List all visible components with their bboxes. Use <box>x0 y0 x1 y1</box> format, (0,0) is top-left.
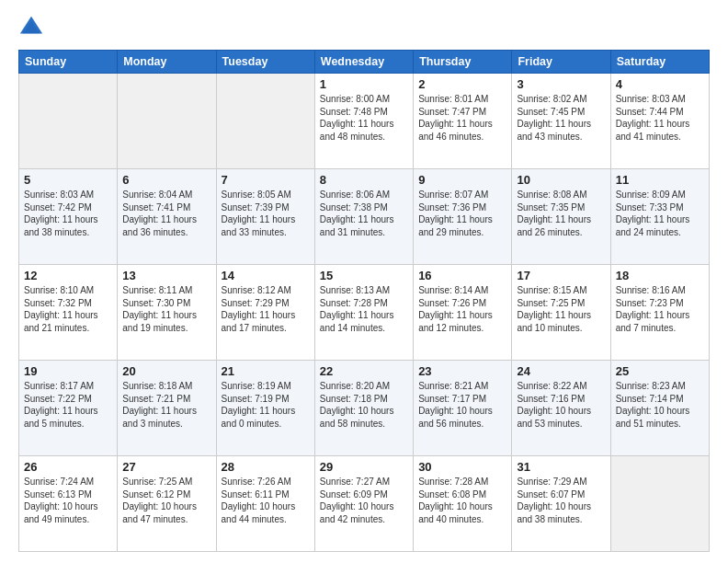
calendar-day-1: 1Sunrise: 8:00 AMSunset: 7:48 PMDaylight… <box>314 74 413 169</box>
day-number: 26 <box>24 460 112 474</box>
calendar-day-14: 14Sunrise: 8:12 AMSunset: 7:29 PMDayligh… <box>216 265 314 361</box>
day-number: 2 <box>418 77 506 91</box>
calendar-day-26: 26Sunrise: 7:24 AMSunset: 6:13 PMDayligh… <box>19 456 118 552</box>
day-number: 31 <box>517 460 605 474</box>
logo <box>18 15 48 40</box>
day-info: Sunrise: 8:13 AMSunset: 7:28 PMDaylight:… <box>320 284 408 334</box>
day-info: Sunrise: 8:08 AMSunset: 7:35 PMDaylight:… <box>517 189 605 238</box>
empty-cell <box>216 74 314 169</box>
calendar-header: SundayMondayTuesdayWednesdayThursdayFrid… <box>19 51 710 74</box>
calendar-week-5: 26Sunrise: 7:24 AMSunset: 6:13 PMDayligh… <box>19 456 710 552</box>
day-number: 17 <box>517 269 605 282</box>
weekday-row: SundayMondayTuesdayWednesdayThursdayFrid… <box>19 51 710 74</box>
calendar-day-12: 12Sunrise: 8:10 AMSunset: 7:32 PMDayligh… <box>19 265 118 361</box>
day-info: Sunrise: 8:14 AMSunset: 7:26 PMDaylight:… <box>418 284 506 334</box>
weekday-header-tuesday: Tuesday <box>216 51 314 74</box>
empty-cell <box>118 74 216 169</box>
day-info: Sunrise: 8:11 AMSunset: 7:30 PMDaylight:… <box>122 284 210 334</box>
day-number: 30 <box>418 460 506 474</box>
day-info: Sunrise: 8:15 AMSunset: 7:25 PMDaylight:… <box>517 284 605 334</box>
day-number: 11 <box>616 173 704 187</box>
day-number: 5 <box>24 173 112 187</box>
day-info: Sunrise: 7:28 AMSunset: 6:08 PMDaylight:… <box>418 476 506 525</box>
empty-cell <box>19 74 118 169</box>
day-info: Sunrise: 7:27 AMSunset: 6:09 PMDaylight:… <box>320 476 408 525</box>
calendar-day-28: 28Sunrise: 7:26 AMSunset: 6:11 PMDayligh… <box>216 456 314 552</box>
calendar-day-17: 17Sunrise: 8:15 AMSunset: 7:25 PMDayligh… <box>512 265 610 361</box>
day-number: 3 <box>517 77 605 91</box>
day-info: Sunrise: 8:03 AMSunset: 7:42 PMDaylight:… <box>24 189 112 238</box>
day-number: 28 <box>222 460 310 474</box>
day-info: Sunrise: 8:19 AMSunset: 7:19 PMDaylight:… <box>222 380 310 430</box>
day-info: Sunrise: 8:21 AMSunset: 7:17 PMDaylight:… <box>418 380 506 430</box>
day-number: 18 <box>616 269 704 282</box>
day-number: 9 <box>418 173 506 187</box>
day-number: 8 <box>320 173 408 187</box>
day-info: Sunrise: 8:02 AMSunset: 7:45 PMDaylight:… <box>517 93 605 143</box>
day-info: Sunrise: 8:04 AMSunset: 7:41 PMDaylight:… <box>122 189 210 238</box>
calendar-day-24: 24Sunrise: 8:22 AMSunset: 7:16 PMDayligh… <box>512 361 610 456</box>
day-info: Sunrise: 8:17 AMSunset: 7:22 PMDaylight:… <box>24 380 112 430</box>
calendar-body: 1Sunrise: 8:00 AMSunset: 7:48 PMDaylight… <box>19 74 710 552</box>
day-number: 10 <box>517 173 605 187</box>
day-info: Sunrise: 8:05 AMSunset: 7:39 PMDaylight:… <box>222 189 310 238</box>
calendar-day-23: 23Sunrise: 8:21 AMSunset: 7:17 PMDayligh… <box>414 361 512 456</box>
day-number: 6 <box>122 173 210 187</box>
day-info: Sunrise: 8:03 AMSunset: 7:44 PMDaylight:… <box>616 93 704 143</box>
day-info: Sunrise: 8:16 AMSunset: 7:23 PMDaylight:… <box>616 284 704 334</box>
day-info: Sunrise: 8:07 AMSunset: 7:36 PMDaylight:… <box>418 189 506 238</box>
day-number: 1 <box>320 77 408 91</box>
day-number: 25 <box>616 364 704 378</box>
day-number: 29 <box>320 460 408 474</box>
day-number: 24 <box>517 364 605 378</box>
calendar-table: SundayMondayTuesdayWednesdayThursdayFrid… <box>18 50 710 552</box>
day-info: Sunrise: 8:22 AMSunset: 7:16 PMDaylight:… <box>517 380 605 430</box>
day-number: 14 <box>222 269 310 282</box>
calendar-day-15: 15Sunrise: 8:13 AMSunset: 7:28 PMDayligh… <box>314 265 413 361</box>
day-info: Sunrise: 8:12 AMSunset: 7:29 PMDaylight:… <box>222 284 310 334</box>
calendar-day-16: 16Sunrise: 8:14 AMSunset: 7:26 PMDayligh… <box>414 265 512 361</box>
calendar-day-18: 18Sunrise: 8:16 AMSunset: 7:23 PMDayligh… <box>610 265 709 361</box>
calendar-day-31: 31Sunrise: 7:29 AMSunset: 6:07 PMDayligh… <box>512 456 610 552</box>
day-info: Sunrise: 7:24 AMSunset: 6:13 PMDaylight:… <box>24 476 112 525</box>
calendar-week-2: 5Sunrise: 8:03 AMSunset: 7:42 PMDaylight… <box>19 169 710 265</box>
day-number: 21 <box>222 364 310 378</box>
calendar-day-3: 3Sunrise: 8:02 AMSunset: 7:45 PMDaylight… <box>512 74 610 169</box>
calendar-day-22: 22Sunrise: 8:20 AMSunset: 7:18 PMDayligh… <box>314 361 413 456</box>
calendar-day-8: 8Sunrise: 8:06 AMSunset: 7:38 PMDaylight… <box>314 169 413 265</box>
weekday-header-friday: Friday <box>512 51 610 74</box>
day-info: Sunrise: 7:26 AMSunset: 6:11 PMDaylight:… <box>222 476 310 525</box>
calendar-day-7: 7Sunrise: 8:05 AMSunset: 7:39 PMDaylight… <box>216 169 314 265</box>
calendar-day-19: 19Sunrise: 8:17 AMSunset: 7:22 PMDayligh… <box>19 361 118 456</box>
day-info: Sunrise: 8:00 AMSunset: 7:48 PMDaylight:… <box>320 93 408 143</box>
calendar-day-25: 25Sunrise: 8:23 AMSunset: 7:14 PMDayligh… <box>610 361 709 456</box>
calendar-day-4: 4Sunrise: 8:03 AMSunset: 7:44 PMDaylight… <box>610 74 709 169</box>
weekday-header-saturday: Saturday <box>610 51 709 74</box>
page: SundayMondayTuesdayWednesdayThursdayFrid… <box>0 0 728 563</box>
day-info: Sunrise: 8:01 AMSunset: 7:47 PMDaylight:… <box>418 93 506 143</box>
calendar-day-11: 11Sunrise: 8:09 AMSunset: 7:33 PMDayligh… <box>610 169 709 265</box>
day-info: Sunrise: 8:10 AMSunset: 7:32 PMDaylight:… <box>24 284 112 334</box>
day-number: 19 <box>24 364 112 378</box>
day-number: 15 <box>320 269 408 282</box>
day-info: Sunrise: 8:18 AMSunset: 7:21 PMDaylight:… <box>122 380 210 430</box>
weekday-header-monday: Monday <box>118 51 216 74</box>
calendar-day-20: 20Sunrise: 8:18 AMSunset: 7:21 PMDayligh… <box>118 361 216 456</box>
day-info: Sunrise: 8:09 AMSunset: 7:33 PMDaylight:… <box>616 189 704 238</box>
calendar-day-21: 21Sunrise: 8:19 AMSunset: 7:19 PMDayligh… <box>216 361 314 456</box>
day-number: 13 <box>122 269 210 282</box>
logo-icon <box>18 15 44 40</box>
calendar-week-4: 19Sunrise: 8:17 AMSunset: 7:22 PMDayligh… <box>19 361 710 456</box>
weekday-header-thursday: Thursday <box>414 51 512 74</box>
calendar-day-5: 5Sunrise: 8:03 AMSunset: 7:42 PMDaylight… <box>19 169 118 265</box>
calendar-day-27: 27Sunrise: 7:25 AMSunset: 6:12 PMDayligh… <box>118 456 216 552</box>
calendar-day-10: 10Sunrise: 8:08 AMSunset: 7:35 PMDayligh… <box>512 169 610 265</box>
day-info: Sunrise: 8:23 AMSunset: 7:14 PMDaylight:… <box>616 380 704 430</box>
day-number: 27 <box>122 460 210 474</box>
calendar-day-29: 29Sunrise: 7:27 AMSunset: 6:09 PMDayligh… <box>314 456 413 552</box>
day-number: 4 <box>616 77 704 91</box>
day-number: 16 <box>418 269 506 282</box>
calendar-day-6: 6Sunrise: 8:04 AMSunset: 7:41 PMDaylight… <box>118 169 216 265</box>
empty-cell <box>610 456 709 552</box>
calendar-week-3: 12Sunrise: 8:10 AMSunset: 7:32 PMDayligh… <box>19 265 710 361</box>
